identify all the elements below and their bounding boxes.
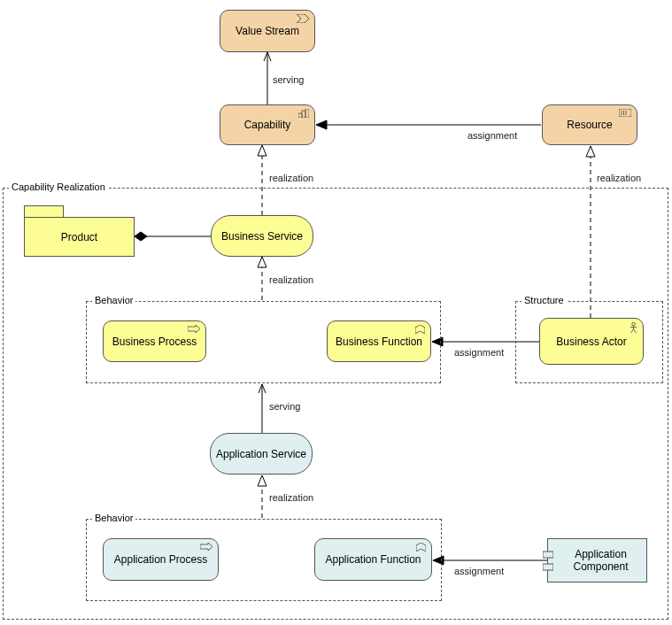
product-node[interactable]: Product xyxy=(24,205,135,257)
svg-rect-22 xyxy=(543,552,553,558)
product-tab xyxy=(24,205,64,218)
business-process-label: Business Process xyxy=(112,336,197,348)
capability-icon xyxy=(298,109,309,120)
svg-rect-11 xyxy=(302,111,305,118)
structure-label: Structure xyxy=(521,295,567,305)
actor-person-icon xyxy=(630,322,637,336)
function-chevron-icon xyxy=(415,325,425,336)
business-function-label: Business Function xyxy=(336,336,422,348)
svg-rect-23 xyxy=(543,564,553,570)
resource-node[interactable]: Resource xyxy=(542,104,637,145)
serving1-label: serving xyxy=(273,74,304,85)
serving2-label: serving xyxy=(269,401,300,412)
value-stream-node[interactable]: Value Stream xyxy=(220,10,315,52)
app-function-chevron-icon xyxy=(416,543,426,553)
svg-point-17 xyxy=(632,322,636,326)
svg-line-20 xyxy=(631,329,634,333)
resource-label: Resource xyxy=(567,119,612,131)
application-process-label: Application Process xyxy=(114,553,207,566)
assignment2-label: assignment xyxy=(454,347,504,358)
value-stream-label: Value Stream xyxy=(236,25,299,37)
realization4-label: realization xyxy=(269,492,313,503)
realization3-label: realization xyxy=(269,274,313,285)
realization2-label: realization xyxy=(597,173,641,183)
business-service-label: Business Service xyxy=(221,230,303,243)
svg-rect-10 xyxy=(298,113,302,118)
resource-icon xyxy=(619,109,631,119)
app-process-arrow-icon xyxy=(200,543,212,552)
svg-line-21 xyxy=(634,329,637,333)
value-stream-icon xyxy=(297,14,309,25)
behavior2-label: Behavior xyxy=(92,513,135,523)
capability-node[interactable]: Capability xyxy=(220,104,315,145)
capability-label: Capability xyxy=(244,119,291,131)
application-component-node[interactable]: Application Component xyxy=(547,538,647,583)
realization1-label: realization xyxy=(269,173,313,183)
business-process-node[interactable]: Business Process xyxy=(103,320,206,362)
application-process-node[interactable]: Application Process xyxy=(103,538,219,581)
component-lugs-icon xyxy=(543,550,553,575)
capability-realization-label: Capability Realization xyxy=(9,181,108,192)
application-function-label: Application Function xyxy=(325,553,421,566)
behavior1-label: Behavior xyxy=(92,295,135,305)
business-function-node[interactable]: Business Function xyxy=(327,320,431,362)
business-service-node[interactable]: Business Service xyxy=(211,215,313,257)
assignment3-label: assignment xyxy=(454,566,504,576)
application-service-label: Application Service xyxy=(216,448,306,460)
application-component-label: Application Component xyxy=(559,548,643,573)
svg-rect-12 xyxy=(305,109,309,118)
product-body: Product xyxy=(24,217,135,257)
assignment1-label: assignment xyxy=(467,130,517,141)
business-actor-node[interactable]: Business Actor xyxy=(539,318,644,365)
application-service-node[interactable]: Application Service xyxy=(210,433,313,475)
business-actor-label: Business Actor xyxy=(556,336,626,348)
process-arrow-icon xyxy=(188,325,200,335)
svg-rect-13 xyxy=(619,109,631,117)
product-label: Product xyxy=(61,231,97,243)
application-function-node[interactable]: Application Function xyxy=(314,538,432,581)
